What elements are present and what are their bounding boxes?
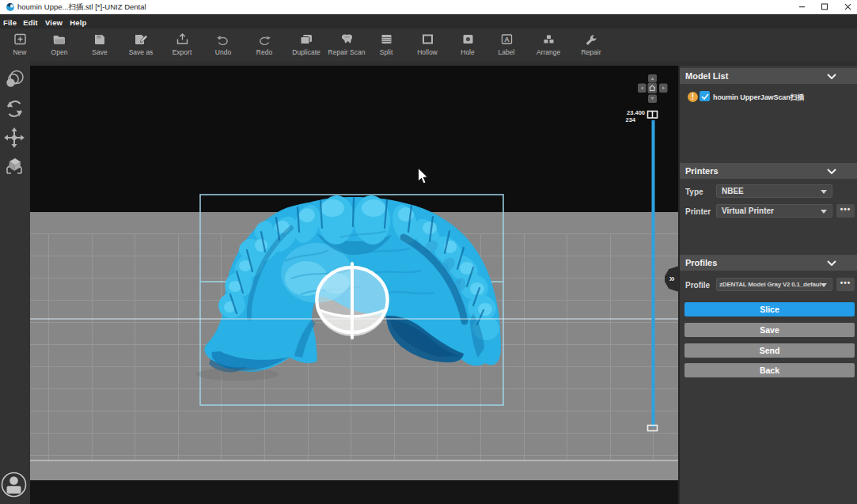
svg-text:23.400: 23.400	[627, 109, 645, 116]
svg-text:234: 234	[625, 116, 635, 123]
svg-text:A: A	[504, 36, 510, 44]
